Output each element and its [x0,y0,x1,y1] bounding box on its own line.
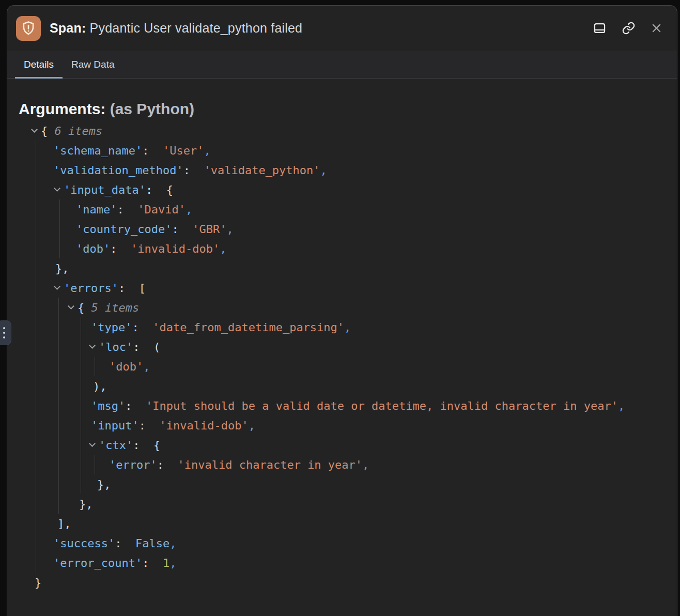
tree-row: 'input': 'invalid-dob', [19,415,677,435]
tree-row: }, [19,494,677,514]
tree-row: 'name': 'David', [19,199,677,219]
tree-row: 'input_data': { [19,180,677,199]
json-comma: , [169,557,176,569]
tree-row: ], [19,514,677,533]
json-str: 'Input should be a valid date or datetim… [146,399,618,412]
indent-guide [36,278,36,298]
panel-resize-handle[interactable] [0,320,11,345]
span-name: Pydantic User validate_python failed [86,21,302,35]
indent-guide [36,514,36,533]
json-bool: False [135,537,169,550]
json-str: 'GBR' [192,223,226,236]
json-key: 'success' [53,537,115,550]
json-str: 'User' [163,144,204,157]
indent-guide [36,258,36,278]
chevron-down-icon[interactable] [54,185,60,192]
json-key: 'loc' [99,341,133,353]
json-key: 'error' [109,458,157,471]
indent-guide [36,141,36,160]
tab-details[interactable]: Details [15,51,63,78]
chevron-down-icon[interactable] [89,342,96,349]
json-punc: ), [93,380,107,393]
json-key: 'error_count' [53,557,142,569]
tree-row: }, [19,474,677,494]
tree-row: 'country_code': 'GBR', [19,219,677,239]
tree-row: { 5 items [19,298,677,317]
indent-guide [36,199,36,219]
tree-row: } [19,573,677,592]
indent-guide [36,474,36,494]
chevron-down-icon[interactable] [31,126,38,133]
indent-guide [58,317,59,337]
indent-guide [95,357,95,376]
json-comma: , [362,458,369,471]
indent-guide [81,317,81,337]
indent-guide [58,474,59,494]
arguments-json-tree: { 6 items'schema_name': 'User','validati… [19,121,677,592]
chevron-down-icon[interactable] [54,283,60,290]
json-punc: : [ [118,282,146,295]
span-detail-panel: Span: Pydantic User validate_python fail… [7,5,677,616]
tree-row: 'error_count': 1, [19,553,677,573]
json-punc: : [183,164,204,177]
tree-row: 'msg': 'Input should be a valid date or … [19,396,677,415]
tree-row: 'validation_method': 'validate_python', [19,160,677,180]
json-punc: }, [97,478,111,491]
tree-row: 'errors': [ [19,278,677,298]
tree-row: 'type': 'date_from_datetime_parsing', [19,317,677,337]
json-punc: : [132,321,152,334]
json-key: 'type' [91,321,132,334]
tree-row: 'dob', [19,357,677,376]
json-punc: } [35,576,41,589]
panel-header: Span: Pydantic User validate_python fail… [7,6,677,51]
json-key: 'country_code' [76,223,172,236]
json-comma: , [220,242,226,255]
indent-guide [36,553,36,573]
close-button[interactable] [651,22,662,34]
indent-guide [36,376,36,396]
indent-guide [81,435,81,455]
json-punc: : [117,203,137,216]
indent-guide [58,415,59,435]
json-comma: , [249,419,255,432]
json-comma: , [143,360,150,373]
indent-guide [36,180,36,199]
indent-guide [36,494,36,514]
dock-panel-button[interactable] [593,21,607,35]
json-punc: { [78,301,91,314]
copy-link-button[interactable] [622,21,636,35]
json-str: 'date_from_datetime_parsing' [152,321,344,334]
json-items: 6 items [55,125,103,137]
json-punc: { [41,125,55,137]
chevron-down-icon[interactable] [89,440,96,447]
json-punc: }, [55,262,69,275]
tree-row: { 6 items [19,121,677,141]
json-key: 'msg' [91,399,125,412]
json-comma: , [204,144,210,157]
tree-row: }, [19,258,677,278]
json-punc: : [115,537,135,550]
indent-guide [81,337,81,357]
json-key: 'dob' [76,242,110,255]
indent-guide [59,239,60,258]
link-icon [622,21,636,35]
indent-guide [58,298,59,317]
json-punc: : [125,399,146,412]
json-comma: , [226,223,233,236]
tree-row: 'schema_name': 'User', [19,141,677,160]
indent-guide [58,396,59,415]
chevron-down-icon[interactable] [68,303,74,310]
indent-guide [36,317,36,337]
indent-guide [58,376,59,396]
json-str: 'invalid-dob' [131,242,220,255]
json-punc: : ( [133,341,160,353]
indent-guide [36,239,36,258]
indent-guide [58,494,59,514]
tab-raw-data[interactable]: Raw Data [63,51,123,78]
json-key: 'input' [91,419,139,432]
json-items: 5 items [91,301,140,314]
json-key: 'ctx' [99,439,133,452]
arguments-heading: Arguments: (as Python) [19,100,677,118]
shield-alert-icon [16,16,41,41]
arguments-heading-suffix: (as Python) [105,100,194,117]
